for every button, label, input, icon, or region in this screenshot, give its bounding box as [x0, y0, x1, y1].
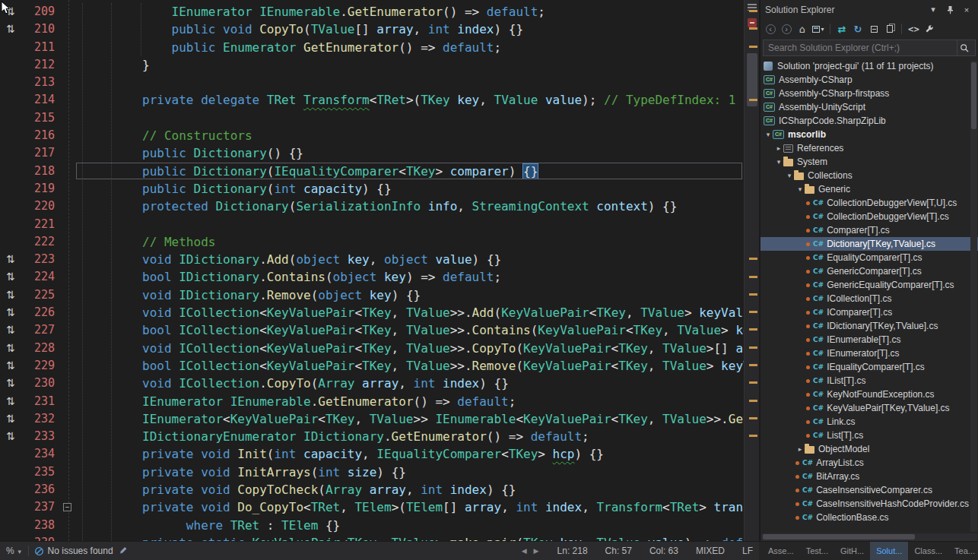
code-line[interactable]: 234 private void Init(int capacity, IEqu… — [0, 445, 744, 463]
code-line[interactable]: 214 private delegate TRet Transform<TRet… — [0, 91, 744, 109]
document-health-icon[interactable] — [748, 18, 757, 27]
sync-active-document-icon[interactable]: ⇄ — [835, 22, 849, 36]
tree-item-collectiondebuggerview-t-cs[interactable]: C#CollectionDebuggerView[T].cs — [760, 210, 978, 223]
tree-item-collectiondebuggerview-t-u-cs[interactable]: C#CollectionDebuggerView[T,U].cs — [760, 196, 978, 210]
tree-item-ienumerator-t-cs[interactable]: C#IEnumerator[T].cs — [760, 346, 978, 360]
tree-item-references[interactable]: ▸References — [760, 141, 978, 155]
cursor-line-indicator[interactable]: Ln: 218 — [557, 546, 588, 556]
code-line[interactable]: ⇅226 void ICollection<KeyValuePair<TKey,… — [0, 304, 744, 321]
code-line[interactable]: ⇅228 void ICollection<KeyValuePair<TKey,… — [0, 340, 744, 357]
tree-item-assembly-unityscript[interactable]: C#Assembly-UnityScript — [760, 100, 978, 114]
tree-item-generic[interactable]: ▾Generic — [760, 182, 978, 196]
tree-item-keyvaluepair-tkey-tvalue-cs[interactable]: C#KeyValuePair[TKey,TValue].cs — [760, 401, 978, 415]
code-line[interactable]: 221 — [0, 216, 744, 233]
tree-item-arraylist-cs[interactable]: C#ArrayList.cs — [760, 456, 978, 470]
refresh-icon[interactable]: ↻ — [851, 22, 865, 36]
tree-item-link-cs[interactable]: C#Link.cs — [760, 415, 978, 429]
line-ending-indicator[interactable]: MIXED — [696, 546, 725, 556]
tree-item-solution-project-gui-11-of-11-projects[interactable]: Solution 'project-gui' (11 of 11 project… — [760, 59, 978, 73]
window-position-icon[interactable]: ▾ — [926, 4, 940, 16]
cursor-char-indicator[interactable]: Ch: 57 — [605, 546, 632, 556]
close-icon[interactable]: × — [960, 4, 973, 16]
code-line[interactable]: ⇅233 IDictionaryEnumerator IDictionary.G… — [0, 428, 744, 445]
chevron-expanded-icon[interactable]: ▾ — [774, 158, 783, 166]
tree-item-list-t-cs[interactable]: C#List[T].cs — [760, 429, 978, 442]
tree-item-collectionbase-cs[interactable]: C#CollectionBase.cs — [760, 511, 978, 524]
tree-item-genericcomparer-t-cs[interactable]: C#GenericComparer[T].cs — [760, 264, 978, 278]
search-input[interactable]: Search Solution Explorer (Ctrl+;) — [763, 40, 976, 56]
tree-item-collections[interactable]: ▾Collections — [760, 169, 978, 182]
code-line[interactable]: 218 public Dictionary(IEqualityComparer<… — [0, 163, 744, 180]
view-code-icon[interactable]: <> — [907, 22, 920, 36]
code-line[interactable]: 222 // Methods — [0, 233, 744, 251]
code-line[interactable]: ⇅224 bool IDictionary.Contains(object ke… — [0, 268, 744, 286]
cursor-column-indicator[interactable]: Col: 63 — [649, 546, 678, 556]
tree-vertical-scrollbar[interactable] — [970, 61, 977, 532]
tree-item-bitarray-cs[interactable]: C#BitArray.cs — [760, 470, 978, 483]
code-line[interactable]: 213 — [0, 74, 744, 91]
issues-indicator[interactable]: No issues found — [34, 546, 113, 556]
tool-tab-class[interactable]: Class... — [908, 542, 948, 560]
tree-item-genericequalitycomparer-t-cs[interactable]: C#GenericEqualityComparer[T].cs — [760, 278, 978, 292]
tree-item-icomparer-t-cs[interactable]: C#IComparer[T].cs — [760, 305, 978, 319]
tree-item-icollection-t-cs[interactable]: C#ICollection[T].cs — [760, 292, 978, 305]
code-line[interactable]: ⇅209 IEnumerator IEnumerable.GetEnumerat… — [0, 3, 744, 21]
tree-item-iequalitycomparer-t-cs[interactable]: C#IEqualityComparer[T].cs — [760, 360, 978, 374]
home-icon[interactable]: ⌂ — [795, 22, 809, 36]
collapse-region-button[interactable]: − — [63, 503, 71, 511]
tree-item-assembly-csharp-firstpass[interactable]: C#Assembly-CSharp-firstpass — [760, 87, 978, 100]
code-line[interactable]: 238 where TRet : TElem {} — [0, 517, 744, 534]
tree-item-dictionary-tkey-tvalue-cs[interactable]: C#Dictionary[TKey,TValue].cs — [760, 237, 978, 251]
tool-tab-gith[interactable]: GitH... — [834, 542, 870, 560]
search-icon[interactable] — [957, 40, 972, 55]
code-line[interactable]: 216 // Constructors — [0, 127, 744, 144]
chevron-expanded-icon[interactable]: ▾ — [795, 185, 805, 193]
chevron-expanded-icon[interactable]: ▾ — [764, 131, 773, 138]
tool-tab-tea[interactable]: Tea... — [948, 542, 978, 560]
pages-icon[interactable] — [883, 22, 897, 36]
scroll-left-icon[interactable]: ◀ — [521, 547, 528, 555]
tree-horizontal-scrollbar[interactable] — [761, 533, 977, 541]
chevron-collapsed-icon[interactable]: ▸ — [774, 144, 783, 152]
tool-tab-solut[interactable]: Solut... — [870, 542, 908, 560]
tree-item-mscorlib[interactable]: ▾C#mscorlib — [760, 128, 978, 141]
tree-item-ienumerable-t-cs[interactable]: C#IEnumerable[T].cs — [760, 333, 978, 346]
code-line[interactable]: 211 public Enumerator GetEnumerator() =>… — [0, 39, 744, 56]
solution-tree[interactable]: Solution 'project-gui' (11 of 11 project… — [760, 59, 978, 533]
code-line[interactable]: ⇅232 IEnumerator<KeyValuePair<TKey, TVal… — [0, 410, 744, 428]
pin-icon[interactable] — [943, 4, 957, 16]
code-line[interactable]: 239 private static KeyValuePair<TKey, TV… — [0, 534, 744, 541]
editor-vertical-scrollbar[interactable] — [744, 0, 759, 541]
code-line[interactable]: 220 protected Dictionary(SerializationIn… — [0, 198, 744, 215]
tree-item-ilist-t-cs[interactable]: C#IList[T].cs — [760, 374, 978, 388]
code-line[interactable]: ⇅227 bool ICollection<KeyValuePair<TKey,… — [0, 321, 744, 339]
tree-item-keynotfoundexception-cs[interactable]: C#KeyNotFoundException.cs — [760, 388, 978, 401]
code-line[interactable]: 217 public Dictionary() {} — [0, 144, 744, 162]
tree-item-idictionary-tkey-tvalue-cs[interactable]: C#IDictionary[TKey,TValue].cs — [760, 319, 978, 333]
tree-item-icsharpcode-sharpziplib[interactable]: C#ICSharpCode.SharpZipLib — [760, 114, 978, 128]
code-line[interactable]: 236 private void CopyToCheck(Array array… — [0, 481, 744, 498]
tree-item-equalitycomparer-t-cs[interactable]: C#EqualityComparer[T].cs — [760, 251, 978, 264]
switch-views-icon[interactable]: ▾ — [811, 22, 825, 36]
eol-indicator[interactable]: LF — [742, 546, 753, 556]
panel-title-bar[interactable]: Solution Explorer ▾ × — [760, 0, 978, 19]
code-line[interactable]: ⇅229 bool ICollection<KeyValuePair<TKey,… — [0, 357, 744, 375]
code-line[interactable]: 237− private void Do_CopyTo<TRet, TElem>… — [0, 498, 744, 516]
collapse-all-icon[interactable] — [867, 22, 881, 36]
code-line[interactable]: ⇅225 void IDictionary.Remove(object key)… — [0, 286, 744, 304]
tree-item-comparer-t-cs[interactable]: C#Comparer[T].cs — [760, 223, 978, 237]
tool-tab-test[interactable]: Test... — [800, 542, 834, 560]
code-line[interactable]: ⇅230 void ICollection.CopyTo(Array array… — [0, 375, 744, 392]
tree-item-caseinsensitivehashcodeprovider-cs[interactable]: C#CaseInsensitiveHashCodeProvider.cs — [760, 497, 978, 511]
code-rows[interactable]: ⇅209 IEnumerator IEnumerable.GetEnumerat… — [0, 0, 744, 541]
code-line[interactable]: ⇅210 public void CopyTo(TValue[] array, … — [0, 21, 744, 38]
code-editor[interactable]: ⇅209 IEnumerator IEnumerable.GetEnumerat… — [0, 0, 759, 541]
back-icon[interactable]: ‹ — [764, 22, 777, 36]
scroll-right-icon[interactable]: ▶ — [533, 547, 540, 555]
forward-icon[interactable]: › — [780, 22, 793, 36]
code-line[interactable]: ⇅223 void IDictionary.Add(object key, ob… — [0, 251, 744, 268]
code-line[interactable]: ⇅231 IEnumerator IEnumerable.GetEnumerat… — [0, 393, 744, 410]
properties-icon[interactable] — [922, 22, 936, 36]
zoom-control[interactable]: %▼ — [6, 546, 23, 556]
tree-item-assembly-csharp[interactable]: C#Assembly-CSharp — [760, 73, 978, 87]
